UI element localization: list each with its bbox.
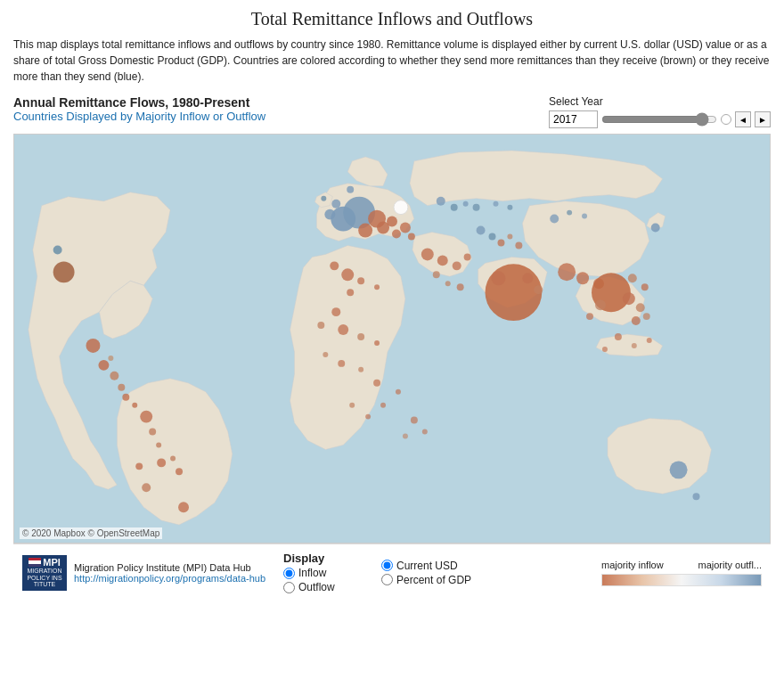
svg-point-8 [149,429,156,436]
svg-point-86 [422,429,428,435]
map-credit: © 2020 Mapbox © OpenStreetMap [20,527,162,539]
svg-point-18 [358,224,372,238]
org-link[interactable]: http://migrationpolicy.org/programs/data… [74,573,265,584]
svg-point-33 [331,307,340,316]
svg-point-64 [586,313,593,320]
svg-point-55 [534,285,543,294]
gdp-label: Percent of GDP [396,574,471,586]
svg-point-46 [421,248,434,260]
svg-point-11 [170,455,176,461]
svg-point-61 [623,292,635,305]
bubble-india [486,264,543,321]
svg-point-84 [411,417,418,424]
svg-point-54 [522,273,533,283]
org-name: Migration Policy Institute (MPI) Data Hu… [74,562,265,573]
svg-point-78 [437,197,445,206]
svg-point-21 [392,230,401,239]
svg-point-90 [394,200,408,215]
svg-point-82 [494,201,499,207]
year-slider[interactable] [601,112,717,127]
gdp-radio-row: Percent of GDP [381,574,471,586]
svg-point-24 [324,209,335,220]
svg-point-35 [338,324,348,335]
svg-point-9 [156,442,161,447]
gdp-radio[interactable] [381,574,393,585]
bubble-ca1 [98,360,109,371]
svg-point-49 [433,271,440,278]
svg-point-40 [358,367,363,372]
bubble-usa [53,261,75,282]
mpi-logo: MPI MIGRATION POLICY INSTITUTE [22,555,67,591]
svg-point-76 [643,313,650,320]
page-title: Total Remittance Inflows and Outflows [13,9,771,29]
svg-point-87 [550,215,559,224]
svg-point-4 [122,394,129,401]
legend-gradient [601,574,762,586]
svg-point-77 [693,493,700,500]
map-main-label: Annual Remittance Flows, 1980-Present [13,95,265,110]
svg-point-63 [595,299,606,310]
svg-point-1 [110,372,118,380]
bubble-australia [670,461,688,478]
outflow-radio-row: Outflow [283,581,363,593]
legend-outflow-label: majority outfl... [698,560,762,570]
year-prev-button[interactable]: ◄ [735,111,751,127]
svg-point-22 [400,223,411,233]
outflow-radio[interactable] [283,582,295,593]
svg-point-85 [403,434,408,439]
svg-point-31 [374,284,380,290]
svg-point-69 [507,234,512,240]
svg-point-14 [142,483,151,492]
year-circle-indicator [721,114,731,125]
svg-point-66 [477,226,486,235]
svg-point-70 [515,241,522,249]
svg-point-73 [647,338,652,343]
svg-point-6 [53,245,62,254]
svg-point-25 [331,200,340,208]
usd-radio-row: Current USD [381,560,471,572]
usd-radio[interactable] [381,560,393,571]
svg-point-68 [497,239,504,246]
usd-label: Current USD [396,560,458,572]
svg-point-38 [323,352,328,357]
svg-point-5 [132,403,137,408]
measure-block: Current USD Percent of GDP [381,560,471,586]
svg-point-59 [628,274,637,282]
logo-block: MPI MIGRATION POLICY INSTITUTE Migration… [22,555,265,591]
map-svg [14,135,770,543]
svg-point-88 [567,210,572,216]
svg-point-43 [365,414,371,420]
svg-point-26 [347,186,354,193]
mpi-abbr: MPI [43,557,61,568]
svg-point-32 [347,289,354,296]
legend-inflow-label: majority inflow [601,560,664,570]
display-title: Display [283,552,363,565]
year-input[interactable] [549,110,598,128]
display-block: Display Inflow Outflow [283,552,363,593]
svg-point-80 [463,201,469,207]
svg-point-62 [636,303,645,312]
year-next-button[interactable]: ► [755,111,771,127]
svg-point-34 [317,322,324,329]
svg-point-15 [135,462,143,470]
org-info: Migration Policy Institute (MPI) Data Hu… [74,562,265,584]
svg-point-36 [357,333,364,340]
svg-point-81 [473,204,480,211]
svg-point-20 [387,217,397,227]
svg-point-50 [464,253,471,260]
bubble-mexico [86,339,101,353]
inflow-radio[interactable] [283,568,295,579]
svg-point-51 [445,281,451,286]
svg-point-10 [157,458,166,467]
svg-point-45 [396,389,401,395]
mpi-full-name: MIGRATION POLICY INSTITUTE [26,568,63,588]
svg-point-13 [178,502,189,512]
svg-point-65 [651,224,660,233]
legend-labels: majority inflow majority outfl... [601,560,762,570]
legend-block: majority inflow majority outfl... [601,560,762,586]
svg-point-75 [632,316,641,325]
mpi-flag [29,558,41,567]
svg-point-39 [338,360,345,367]
bottom-bar: MPI MIGRATION POLICY INSTITUTE Migration… [13,544,771,601]
description-text: This map displays total remittance inflo… [13,37,771,85]
